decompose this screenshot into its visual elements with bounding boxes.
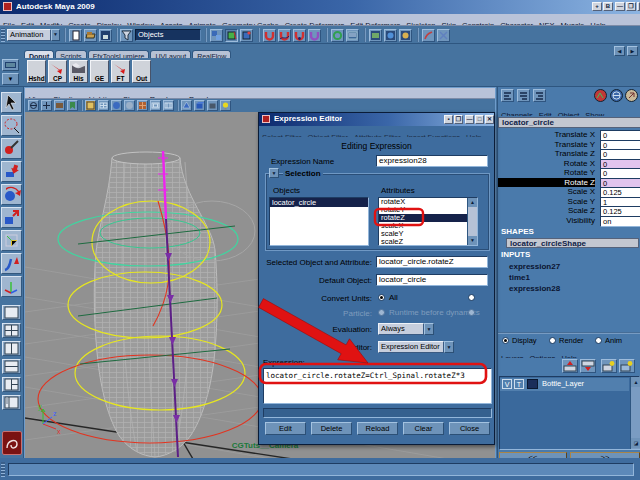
snap-grid-icon[interactable] bbox=[263, 29, 276, 42]
delete-button[interactable]: Delete bbox=[311, 422, 352, 435]
shelf-scroll-left[interactable]: ◀ bbox=[614, 46, 625, 56]
manipulator-medium-icon[interactable] bbox=[517, 89, 530, 102]
scroll-down-arrow[interactable]: ▼ bbox=[468, 236, 477, 245]
attribute-item[interactable]: rotateX bbox=[379, 198, 477, 206]
anim-mode-label[interactable]: Anim bbox=[605, 336, 622, 345]
attribute-item[interactable]: scaleY bbox=[379, 230, 477, 238]
layout-four-pane-button[interactable] bbox=[2, 323, 21, 338]
select-by-name-field[interactable]: Objects bbox=[135, 29, 201, 41]
attribute-item[interactable]: scaleX bbox=[379, 222, 477, 230]
open-render-view-icon[interactable] bbox=[369, 29, 382, 42]
manipulator-fast-icon[interactable] bbox=[533, 89, 546, 102]
layers-menu[interactable]: Layers bbox=[498, 354, 527, 358]
lasso-tool[interactable] bbox=[1, 115, 22, 136]
scale-tool[interactable] bbox=[1, 207, 22, 228]
open-scene-icon[interactable] bbox=[84, 29, 97, 42]
snap-curve-icon[interactable] bbox=[278, 29, 291, 42]
shelf-tab-efxtools[interactable]: EfxToolsLumiere bbox=[88, 50, 150, 58]
layer-color-swatch[interactable] bbox=[527, 379, 538, 389]
camera-attributes-icon[interactable] bbox=[54, 100, 65, 111]
render-mode-label[interactable]: Render bbox=[559, 336, 584, 345]
scroll-up-arrow[interactable]: ▲ bbox=[631, 377, 640, 387]
attribute-filter-menu[interactable]: Attribute Filter bbox=[351, 133, 404, 137]
insert-functions-menu[interactable]: Insert Functions bbox=[404, 133, 463, 137]
convert-units-all-label[interactable]: All bbox=[389, 293, 398, 302]
filter-icon[interactable] bbox=[120, 29, 133, 42]
dialog-help-menu[interactable]: Help bbox=[463, 133, 484, 137]
move-layer-up-button[interactable] bbox=[562, 359, 578, 373]
dialog-minimize-button[interactable]: — bbox=[465, 115, 474, 124]
scroll-corner[interactable]: ◪ bbox=[631, 438, 640, 448]
shelf-button-hshd[interactable]: Hshd bbox=[27, 60, 46, 83]
menu-set-selector[interactable]: Animation bbox=[7, 29, 51, 41]
cb-menu-show[interactable]: Show bbox=[582, 111, 607, 116]
save-scene-icon[interactable] bbox=[99, 29, 112, 42]
layout-single-pane-button[interactable] bbox=[2, 305, 21, 320]
shelf-scroll-right[interactable]: ▶ bbox=[627, 46, 638, 56]
commandline-grip[interactable] bbox=[1, 462, 5, 477]
render-current-frame-icon[interactable] bbox=[384, 29, 397, 42]
layer-name[interactable]: Bottle_Layer bbox=[542, 379, 584, 388]
edit-button[interactable]: Edit bbox=[265, 422, 306, 435]
expression-textarea[interactable]: locator_circle.rotateZ=Ctrl_Spinal.rotat… bbox=[263, 368, 492, 404]
cb-menu-object[interactable]: Object bbox=[555, 111, 583, 116]
bookmark-icon[interactable] bbox=[67, 100, 78, 111]
attribute-item[interactable]: rotateY bbox=[379, 206, 477, 214]
window-b-button[interactable]: B bbox=[603, 2, 613, 11]
create-layer-assign-button[interactable] bbox=[619, 359, 635, 373]
expression-editor-titlebar[interactable]: Expression Editor ▪ ❐ — □ ✕ bbox=[259, 113, 494, 126]
layer-row[interactable]: V T Bottle_Layer bbox=[500, 378, 629, 391]
image-plane-icon[interactable] bbox=[85, 100, 96, 111]
new-scene-icon[interactable] bbox=[69, 29, 82, 42]
layer-type-toggle[interactable]: T bbox=[514, 379, 524, 389]
shelf-tab-scripts[interactable]: Scripts bbox=[55, 50, 86, 58]
display-mode-label[interactable]: Display bbox=[512, 336, 537, 345]
shelf-button-cp[interactable]: CP bbox=[48, 60, 67, 83]
window-minimize-button[interactable]: — bbox=[615, 2, 625, 11]
paint-effects-icon[interactable] bbox=[422, 29, 435, 42]
window-titlebar[interactable]: Autodesk Maya 2009 + B — ❐ bbox=[0, 0, 640, 14]
layers-help-menu[interactable]: Help bbox=[558, 354, 579, 358]
attribute-item[interactable]: scaleZ bbox=[379, 238, 477, 246]
menu-set-arrow[interactable]: ▼ bbox=[51, 29, 60, 41]
construction-history-icon[interactable] bbox=[346, 29, 359, 42]
editor-dropdown-arrow[interactable]: ▼ bbox=[444, 341, 454, 353]
reload-button[interactable]: Reload bbox=[357, 422, 398, 435]
attributes-scrollbar[interactable]: ▲ ▼ bbox=[467, 198, 477, 245]
display-mode-radio[interactable] bbox=[502, 337, 509, 344]
camera-track-icon[interactable] bbox=[41, 100, 52, 111]
layout-two-pane-stacked-button[interactable] bbox=[2, 359, 21, 374]
attribute-item-selected[interactable]: rotateZ bbox=[379, 214, 469, 222]
toon-icon[interactable] bbox=[437, 29, 450, 42]
shelf-tab-uvlayout[interactable]: UVLayout bbox=[150, 50, 191, 58]
field-chart-icon[interactable] bbox=[163, 100, 174, 111]
selected-object-field[interactable]: locator_circle.rotateZ bbox=[376, 256, 488, 268]
editor-dropdown[interactable]: Expression Editor bbox=[378, 341, 444, 353]
move-layer-down-button[interactable] bbox=[580, 359, 596, 373]
smooth-shade-icon[interactable] bbox=[111, 100, 122, 111]
command-line-input[interactable] bbox=[8, 463, 634, 476]
cb-menu-channels[interactable]: Channels bbox=[498, 111, 536, 116]
select-filter-menu[interactable]: Select Filter bbox=[259, 133, 305, 137]
move-tool[interactable] bbox=[1, 161, 22, 182]
layout-three-pane-button[interactable] bbox=[2, 377, 21, 392]
objects-list[interactable]: locator_circle bbox=[269, 197, 369, 246]
paint-select-tool[interactable] bbox=[1, 138, 22, 159]
shelf-button-ge[interactable]: GE bbox=[90, 60, 109, 83]
channel-box-toggle-icon[interactable] bbox=[625, 89, 638, 102]
soft-modification-tool[interactable] bbox=[1, 253, 22, 274]
snap-plane-icon[interactable] bbox=[308, 29, 321, 42]
input-node-time1[interactable]: time1 bbox=[509, 273, 530, 282]
isolate-select-icon[interactable] bbox=[181, 100, 192, 111]
shelf-button-out[interactable]: Out bbox=[132, 60, 151, 83]
ipr-render-icon[interactable] bbox=[399, 29, 412, 42]
rotate-tool[interactable] bbox=[1, 184, 22, 205]
layout-two-pane-side-button[interactable] bbox=[2, 341, 21, 356]
resolution-gate-icon[interactable] bbox=[150, 100, 161, 111]
object-filter-menu[interactable]: Object Filter bbox=[305, 133, 351, 137]
textured-icon[interactable] bbox=[137, 100, 148, 111]
evaluation-dropdown[interactable]: Always bbox=[378, 323, 424, 335]
tool-settings-toggle-icon[interactable] bbox=[610, 89, 623, 102]
wireframe-icon[interactable] bbox=[98, 100, 109, 111]
channel-value[interactable]: on bbox=[600, 216, 640, 227]
